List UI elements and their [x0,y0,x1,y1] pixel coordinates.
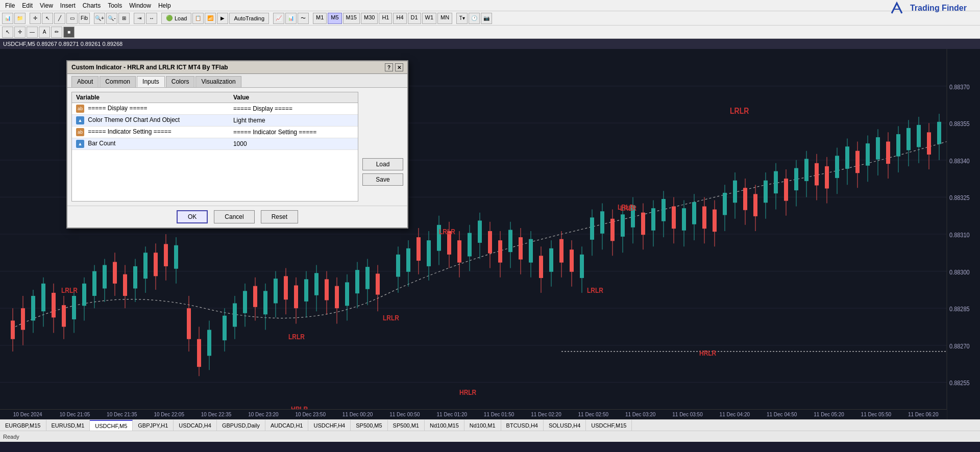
line-btn[interactable]: ╱ [54,13,65,24]
dialog-help-btn[interactable]: ? [385,63,393,71]
svg-rect-23 [72,296,76,319]
autotrading-btn[interactable]: ▶ [217,13,228,24]
fib-btn[interactable]: Fib [79,13,90,24]
time-label-16: 11 Dec 04:50 [758,412,805,417]
text-btn[interactable]: A [39,27,50,38]
row4-value[interactable]: 1000 [229,138,358,150]
tab-nd100-m15[interactable]: Nd100,M15 [425,420,464,431]
screenshot-btn[interactable]: 📷 [481,13,492,24]
reset-button[interactable]: Reset [261,210,298,223]
svg-rect-15 [31,296,35,320]
svg-rect-158 [723,193,727,215]
hline-btn[interactable]: — [27,27,38,38]
zoom-out-btn[interactable]: 🔍- [106,13,117,24]
history-btn[interactable]: 📋 [192,13,204,24]
tab-audcad-h1[interactable]: AUDCAD,H1 [265,420,309,431]
indi2-btn[interactable]: 📊 [285,13,297,24]
tab-sp500-m5[interactable]: SP500,M5 [351,420,387,431]
svg-rect-33 [123,274,127,296]
svg-rect-176 [815,163,819,186]
menu-insert[interactable]: Insert [57,1,79,10]
row1-value[interactable]: ===== Display ===== [229,103,358,115]
tab-usdchf-m15[interactable]: USDCHF,M15 [586,420,632,431]
new-order-btn[interactable]: 🟢 Load [161,13,191,24]
row4-variable: ▲ Bar Count [72,138,229,150]
ok-button[interactable]: OK [177,210,208,223]
tf-mn[interactable]: MN [437,13,452,24]
svg-rect-121 [559,239,564,263]
arrow-btn[interactable]: ↖ [42,13,53,24]
menu-file[interactable]: File [2,1,18,10]
pencil-btn[interactable]: ✏ [51,27,62,38]
svg-text:0.88270: 0.88270 [949,342,970,350]
menu-view[interactable]: View [37,1,56,10]
clock-btn[interactable]: 🕐 [469,13,480,24]
cancel-button[interactable]: Cancel [214,210,254,223]
crosshair-btn[interactable]: ✛ [30,13,41,24]
chart-shift-btn[interactable]: ⇥ [134,13,145,24]
tf-m30[interactable]: M30 [361,13,378,24]
tab-gbpjpy-h1[interactable]: GBPJPY,H1 [133,420,174,431]
tab-gbpusd-daily[interactable]: GBPUSD,Daily [217,420,265,431]
dialog-close-btn[interactable]: ✕ [395,63,403,71]
save-button[interactable]: Save [362,173,403,186]
new-chart-btn[interactable]: 📊 [2,13,13,24]
tab-eurgbp-m15[interactable]: EURGBP,M15 [0,420,46,431]
chart-area[interactable]: LRLR LRLR [0,49,980,419]
menu-help[interactable]: Help [155,1,174,10]
svg-rect-81 [365,267,370,289]
crosshair2-btn[interactable]: ✛ [14,27,26,38]
autotrading-label[interactable]: AutoTrading [229,13,269,24]
signals-btn[interactable]: 📶 [205,13,216,24]
load-button[interactable]: Load [362,158,403,170]
svg-rect-146 [672,207,676,229]
tf-m5[interactable]: M5 [328,13,341,24]
tf-h4[interactable]: H4 [393,13,406,24]
tab-nd100-m1[interactable]: Nd100,M1 [464,420,501,431]
menu-tools[interactable]: Tools [105,1,125,10]
menu-window[interactable]: Window [126,1,154,10]
tab-sp500-m1[interactable]: SP500,M1 [388,420,425,431]
svg-rect-162 [743,188,747,210]
rect-btn[interactable]: ▭ [66,13,78,24]
tab-colors[interactable]: Colors [166,76,195,87]
indi3-btn[interactable]: 〜 [298,13,309,24]
menu-edit[interactable]: Edit [19,1,36,10]
tab-about[interactable]: About [71,76,99,87]
tab-visualization[interactable]: Visualization [195,76,241,87]
color-btn[interactable]: ■ [63,27,75,38]
tf-d1[interactable]: D1 [408,13,421,24]
cursor-btn[interactable]: ↖ [2,27,13,38]
svg-rect-21 [62,305,66,327]
svg-rect-58 [253,286,257,307]
indicators-btn[interactable]: 📈 [273,13,284,24]
tab-eurusd-m1[interactable]: EURUSD,M1 [46,420,90,431]
inputs-table: Variable Value ab ===== Display ===== ==… [72,92,358,150]
menu-charts[interactable]: Charts [80,1,104,10]
tab-solusd-h4[interactable]: SOLUSD,H4 [544,420,586,431]
tf-w1[interactable]: W1 [422,13,437,24]
svg-rect-83 [376,273,380,294]
zoom-in-btn[interactable]: 🔍+ [94,13,105,24]
time-label-0: 10 Dec 2024 [4,412,51,417]
row3-value[interactable]: ===== Indicator Setting ===== [229,127,358,138]
tab-usdchf-h4[interactable]: USDCHF,H4 [308,420,351,431]
zoom-window-btn[interactable]: ⊞ [118,13,130,24]
tf-m15[interactable]: M15 [343,13,360,24]
tab-usdcad-h4[interactable]: USDCAD,H4 [174,420,217,431]
tf-m1[interactable]: M1 [313,13,327,24]
autoscroll-btn[interactable]: ↔ [146,13,157,24]
dialog-content: Variable Value ab ===== Display ===== ==… [67,88,407,206]
template-btn[interactable]: T▾ [456,13,468,24]
tf-h1[interactable]: H1 [379,13,392,24]
tab-usdchf-m5[interactable]: USDCHF,M5 [90,420,133,431]
tab-inputs[interactable]: Inputs [137,76,165,87]
time-label-9: 11 Dec 01:20 [428,412,475,417]
tab-common[interactable]: Common [100,76,136,87]
time-label-18: 11 Dec 05:50 [852,412,899,417]
tab-btcusd-h4[interactable]: BTCUSD,H4 [501,420,544,431]
svg-rect-166 [764,181,768,203]
row2-value[interactable]: Light theme [229,115,358,127]
svg-rect-60 [263,291,267,314]
open-btn[interactable]: 📁 [14,13,26,24]
